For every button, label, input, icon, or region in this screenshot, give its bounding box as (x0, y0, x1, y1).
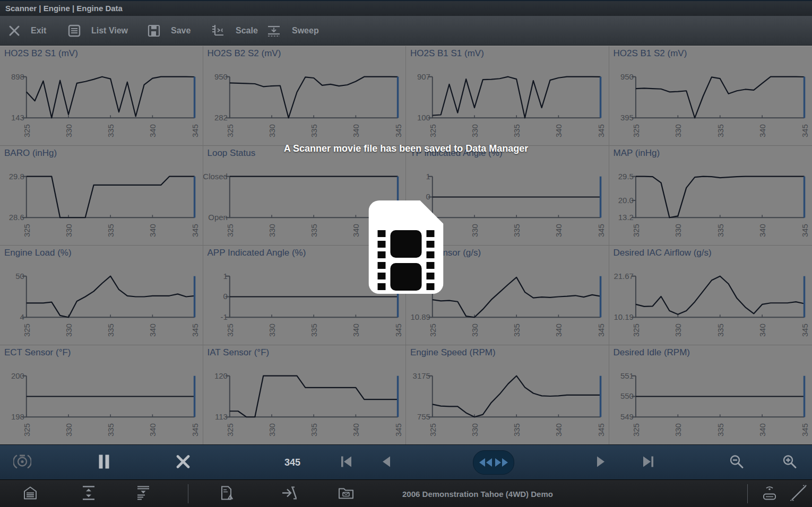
chart-plot: 551550549325330335340345 (609, 345, 812, 444)
svg-text:335: 335 (715, 224, 724, 237)
chart-engine-load[interactable]: Engine Load (%)504325330335340345 (0, 246, 203, 345)
svg-text:340: 340 (351, 423, 360, 436)
svg-text:100: 100 (417, 113, 430, 122)
chart-plot: 950395325330335340345 (609, 46, 812, 145)
svg-text:325: 325 (22, 324, 31, 337)
chart-ho2s-b2-s1-mv[interactable]: HO2S B2 S1 (mV)898143325330335340345 (0, 46, 203, 146)
svg-text:-1: -1 (220, 312, 227, 321)
chart-title: HO2S B2 S2 (mV) (208, 48, 281, 59)
chart-ho2s-b1-s1-mv[interactable]: HO2S B1 S1 (mV)907100325330335340345 (406, 46, 609, 146)
save-icon (148, 24, 160, 37)
svg-text:345: 345 (191, 124, 200, 137)
svg-text:340: 340 (758, 224, 767, 237)
skip-to-start-icon (340, 461, 352, 469)
svg-text:325: 325 (428, 423, 437, 436)
chart-title: APP Indicated Angle (%) (208, 248, 306, 258)
svg-text:340: 340 (758, 324, 767, 337)
chart-title: HO2S B1 S1 (mV) (410, 48, 484, 59)
svg-text:950: 950 (620, 72, 633, 81)
svg-text:335: 335 (715, 423, 724, 436)
svg-text:335: 335 (106, 423, 115, 436)
step-forward-button[interactable] (597, 456, 605, 469)
step-back-button[interactable] (382, 456, 391, 469)
skip-to-end-button[interactable] (642, 456, 655, 469)
chart-iat-sensor-f[interactable]: IAT Sensor (°F)120113325330335340345 (203, 345, 407, 445)
svg-text:950: 950 (214, 72, 227, 81)
svg-text:345: 345 (393, 423, 402, 436)
svg-text:50: 50 (15, 272, 24, 281)
folder-icon (338, 493, 354, 501)
scrub-control[interactable] (473, 450, 514, 475)
zoom-out-button[interactable] (729, 454, 744, 470)
svg-text:1: 1 (223, 272, 227, 281)
chart-desired-iac-airflow-g-s[interactable]: Desired IAC Airflow (g/s)21.6710.1932533… (609, 246, 812, 345)
code-report-button[interactable] (220, 485, 234, 502)
home-button[interactable] (23, 486, 38, 501)
svg-text:335: 335 (106, 324, 115, 337)
svg-text:340: 340 (351, 124, 360, 137)
frame-position: 345 (284, 457, 300, 468)
sweep-button[interactable]: Sweep (266, 16, 319, 46)
svg-text:330: 330 (470, 324, 479, 337)
exit-button[interactable]: Exit (8, 16, 46, 46)
svg-text:340: 340 (758, 124, 767, 137)
wireless-scanner-icon (761, 494, 779, 502)
svg-text:340: 340 (554, 224, 563, 237)
snapshot-button[interactable] (281, 486, 297, 501)
scan-module-button[interactable] (761, 485, 779, 502)
save-button[interactable]: Save (148, 16, 191, 46)
collapse-graphs-button[interactable] (135, 485, 151, 502)
record-movie-button[interactable] (13, 453, 31, 471)
svg-text:335: 335 (715, 124, 724, 137)
pause-icon (99, 462, 110, 470)
expand-graphs-button[interactable] (81, 485, 97, 502)
chart-ho2s-b1-s2-mv[interactable]: HO2S B1 S2 (mV)950395325330335340345 (609, 46, 812, 146)
list-view-button[interactable]: List View (68, 16, 128, 46)
chart-plot: 120113325330335340345 (203, 345, 406, 444)
stop-button[interactable] (176, 454, 190, 470)
chart-title: IAT Sensor (°F) (208, 347, 270, 358)
skip-to-start-button[interactable] (340, 456, 352, 469)
svg-text:20.0: 20.0 (618, 196, 633, 205)
connection-tool-button[interactable] (789, 484, 808, 503)
svg-text:Closed: Closed (203, 172, 228, 181)
svg-text:395: 395 (620, 113, 633, 122)
chart-plot: 950282325330335340345 (203, 46, 406, 145)
svg-text:13.2: 13.2 (618, 213, 633, 222)
svg-text:200: 200 (11, 371, 24, 380)
chart-ho2s-b2-s2-mv[interactable]: HO2S B2 S2 (mV)950282325330335340345 (203, 46, 407, 146)
record-movie-icon (13, 463, 31, 471)
zoom-in-button[interactable] (782, 454, 797, 470)
sweep-icon (266, 24, 281, 38)
svg-text:551: 551 (620, 371, 633, 380)
chart-title: HO2S B2 S1 (mV) (4, 48, 78, 59)
chart-engine-speed-rpm[interactable]: Engine Speed (RPM)3175755325330335340345 (406, 345, 609, 445)
footer-divider-right (747, 484, 748, 503)
svg-text:330: 330 (673, 423, 683, 436)
toast-message: A Scanner movie file has been saved to D… (0, 143, 812, 154)
chart-plot: 29.828.6325330335340345 (0, 146, 203, 245)
scrub-pill (473, 450, 514, 475)
svg-text:335: 335 (512, 124, 521, 137)
close-icon (8, 25, 20, 37)
svg-text:330: 330 (267, 423, 276, 436)
report-warning-icon (220, 494, 234, 502)
svg-text:335: 335 (309, 124, 318, 137)
svg-text:10.89: 10.89 (410, 312, 430, 321)
svg-text:325: 325 (631, 124, 640, 137)
svg-text:345: 345 (800, 124, 809, 137)
chart-baro-inhg[interactable]: BARO (inHg)29.828.6325330335340345 (0, 146, 203, 246)
svg-text:335: 335 (512, 324, 521, 337)
svg-text:345: 345 (597, 324, 606, 337)
svg-text:755: 755 (417, 412, 430, 421)
scale-button[interactable]: Scale (211, 16, 258, 46)
svg-text:345: 345 (191, 224, 200, 237)
chart-desired-idle-rpm[interactable]: Desired Idle (RPM)5515505493253303353403… (609, 345, 812, 445)
chart-title: Engine Speed (RPM) (410, 347, 496, 358)
pause-button[interactable] (99, 454, 110, 470)
skip-to-end-icon (642, 461, 655, 469)
chart-ect-sensor-f[interactable]: ECT Sensor (°F)200198325330335340345 (0, 345, 203, 445)
svg-text:335: 335 (512, 224, 521, 237)
data-manager-button[interactable] (338, 486, 354, 501)
chart-map-inhg[interactable]: MAP (inHg)29.520.013.2325330335340345 (609, 146, 812, 246)
